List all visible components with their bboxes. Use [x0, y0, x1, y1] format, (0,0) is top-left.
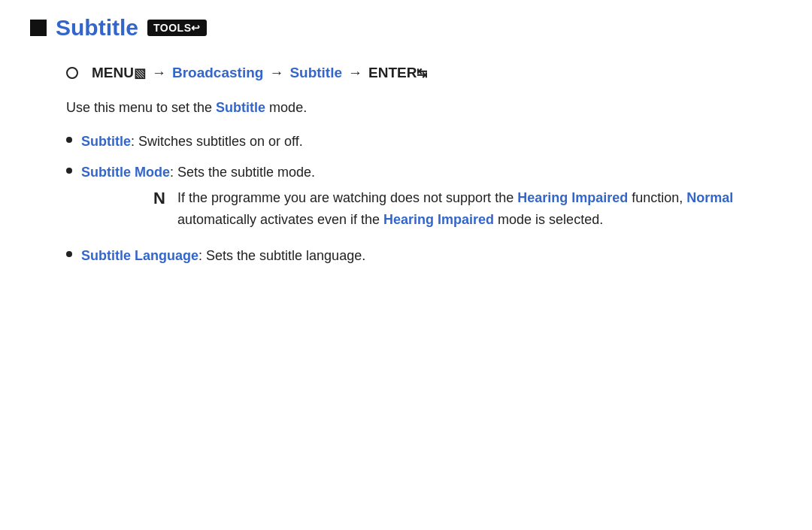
description-paragraph: Use this menu to set the Subtitle mode. — [66, 98, 782, 118]
arrow-icon-3: → — [348, 65, 362, 81]
list-item-subtitle-mode-content: Subtitle Mode: Sets the subtitle mode. N… — [81, 162, 782, 235]
page-header: Subtitle TOOLS↩ — [30, 15, 782, 44]
page-title: Subtitle — [56, 15, 138, 41]
tools-badge: TOOLS↩ — [147, 20, 207, 36]
subtitle-link-item: Subtitle — [81, 134, 131, 149]
note-block: N If the programme you are watching does… — [153, 187, 782, 231]
hearing-impaired-link-2: Hearing Impaired — [383, 212, 494, 227]
list-item-subtitle-language: Subtitle Language: Sets the subtitle lan… — [66, 246, 782, 266]
broadcasting-link: Broadcasting — [172, 65, 263, 81]
black-square-icon — [30, 20, 47, 36]
tools-icon: ↩ — [191, 22, 201, 34]
enter-icon: ↹ — [417, 66, 427, 80]
subtitle-language-link: Subtitle Language — [81, 248, 198, 263]
note-letter: N — [153, 187, 165, 210]
circle-bullet-icon — [66, 67, 78, 79]
list-item-subtitle-language-text: Subtitle Language: Sets the subtitle lan… — [81, 246, 365, 266]
subtitle-mode-text: Subtitle Mode: Sets the subtitle mode. — [81, 165, 315, 180]
list-item-subtitle-text: Subtitle: Switches subtitles on or off. — [81, 132, 303, 152]
arrow-icon-1: → — [152, 65, 166, 81]
list-item-subtitle-mode: Subtitle Mode: Sets the subtitle mode. N… — [66, 162, 782, 235]
tools-label: TOOLS — [153, 22, 191, 34]
note-text: If the programme you are watching does n… — [177, 187, 782, 231]
arrow-icon-2: → — [269, 65, 283, 81]
subtitle-link-path: Subtitle — [289, 65, 342, 81]
bullet-dot-icon-2 — [66, 168, 72, 174]
bullet-list: Subtitle: Switches subtitles on or off. … — [66, 132, 782, 266]
hearing-impaired-link-1: Hearing Impaired — [517, 190, 628, 205]
menu-keyword: MENU▧ — [92, 65, 146, 81]
enter-keyword: ENTER↹ — [368, 65, 427, 81]
bullet-dot-icon-3 — [66, 251, 72, 257]
list-item-subtitle: Subtitle: Switches subtitles on or off. — [66, 132, 782, 152]
menu-path-row: MENU▧ → Broadcasting → Subtitle → ENTER↹ — [66, 65, 782, 81]
subtitle-mode-link: Subtitle Mode — [81, 165, 170, 180]
menu-icon: ▧ — [134, 66, 146, 80]
subtitle-link-desc: Subtitle — [216, 100, 265, 115]
normal-link: Normal — [686, 190, 733, 205]
bullet-dot-icon-1 — [66, 137, 72, 143]
